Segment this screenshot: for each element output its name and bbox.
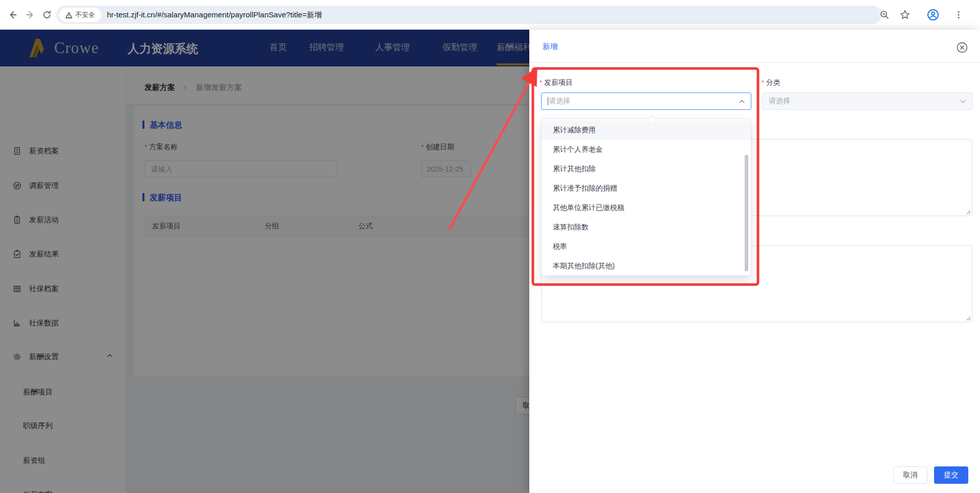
url-text: hr-test.zjf-it.cn/#/salaryManagement/pay… [107,10,322,20]
dropdown-option[interactable]: 累计减除费用 [542,121,751,140]
dropdown-option[interactable]: 累计准予扣除的捐赠 [542,179,751,198]
dropdown-option[interactable]: 其他单位累计已缴税额 [542,198,751,218]
payroll-item-select[interactable]: 请选择 [541,92,751,110]
drawer-title: 新增 [543,42,558,52]
warning-icon [65,12,72,18]
text-caret [548,97,548,105]
category-select[interactable]: 请选择 [762,92,972,110]
dropdown-option[interactable]: 速算扣除数 [542,218,751,237]
back-icon[interactable] [4,7,20,23]
drawer-modal-mask[interactable] [0,30,529,493]
url-bar[interactable]: 不安全 hr-test.zjf-it.cn/#/salaryManagement… [56,6,881,24]
drawer-header-divider [529,62,980,63]
payroll-item-label: *发薪项目 [540,78,573,87]
reload-icon[interactable] [39,7,55,23]
drawer-submit-button[interactable]: 提交 [934,466,968,484]
dropdown-option[interactable]: 累计其他扣除 [542,159,751,179]
close-icon[interactable] [957,42,968,53]
profile-avatar-icon[interactable] [925,7,941,23]
security-label: 不安全 [76,11,95,19]
browser-toolbar: 不安全 hr-test.zjf-it.cn/#/salaryManagement… [0,0,980,30]
menu-kebab-icon[interactable] [950,7,967,23]
payroll-item-dropdown: 累计减除费用 累计个人养老金 累计其他扣除 累计准予扣除的捐赠 其他单位累计已缴… [541,119,751,276]
site-security-chip[interactable]: 不安全 [59,8,101,22]
dropdown-option[interactable]: 累计个人养老金 [542,140,751,159]
category-label: *分类 [762,78,780,87]
bookmark-star-icon[interactable] [897,7,913,23]
drawer-cancel-button[interactable]: 取消 [893,466,927,484]
forward-icon[interactable] [22,7,39,23]
dropdown-option[interactable]: 本期其他扣除(其他) [542,256,751,276]
zoom-out-icon[interactable] [876,7,893,23]
dropdown-option[interactable]: 税率 [542,237,751,256]
chevron-up-icon [738,98,746,105]
add-drawer: 新增 *发薪项目 请选择 *分类 请选择 累计减除费用 累计个人养老金 累计其他… [529,30,980,493]
dropdown-scrollbar-thumb[interactable] [745,155,748,271]
chevron-down-icon [959,98,967,105]
